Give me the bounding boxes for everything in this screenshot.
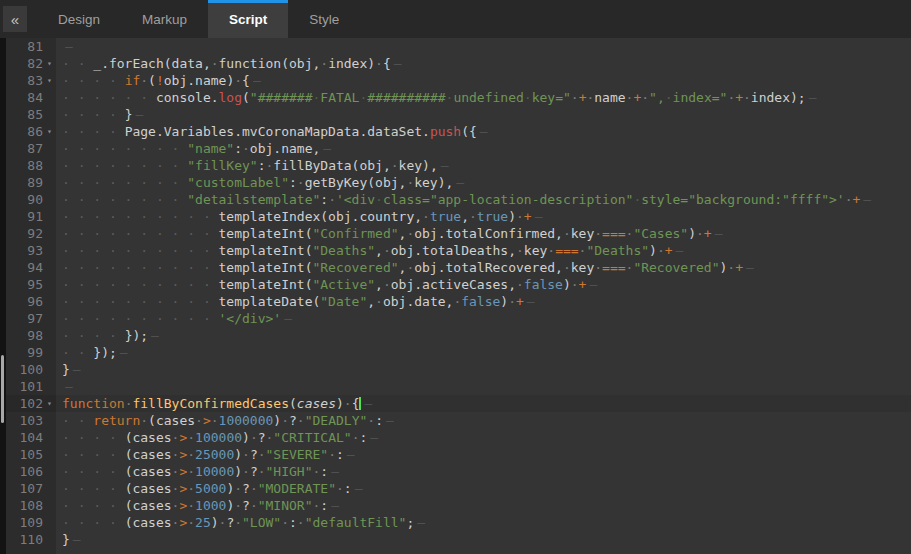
collapse-panel-button[interactable]: « — [3, 6, 27, 32]
line-ending-mark: – — [806, 90, 817, 105]
line-ending-mark: – — [383, 413, 394, 428]
line-ending-mark: – — [414, 515, 425, 530]
code-line[interactable]: 104· · · · (cases·>·100000)·?·"CRITICAL"… — [6, 429, 911, 446]
line-number: 108 — [20, 497, 43, 514]
code-line[interactable]: 94· · · · · · · · · · templateInt("Recov… — [6, 259, 911, 276]
code-line[interactable]: 107· · · · (cases·>·5000)·?·"MODERATE"·:… — [6, 480, 911, 497]
vertical-scrollbar-thumb[interactable] — [1, 355, 4, 423]
line-ending-mark: – — [328, 498, 339, 513]
code-line[interactable]: 85· · · · }– — [6, 106, 911, 123]
line-number: 99 — [27, 344, 43, 361]
gutter-cell: 107 — [6, 480, 56, 497]
gutter-cell — [6, 548, 56, 554]
line-ending-mark: – — [344, 447, 355, 462]
line-number: 89 — [27, 174, 43, 191]
tab-markup[interactable]: Markup — [121, 0, 208, 38]
tab-bar: « Design Markup Script Style — [0, 0, 911, 38]
code-line[interactable]: 91· · · · · · · · · · templateIndex(obj.… — [6, 208, 911, 225]
fold-arrow-icon[interactable]: ▾ — [43, 123, 56, 140]
fold-arrow-icon[interactable]: ▾ — [43, 72, 56, 89]
line-number: 95 — [27, 276, 43, 293]
code-line[interactable]: 89· · · · · · · · "customLabel":·getByKe… — [6, 174, 911, 191]
code-line[interactable]: 81– — [6, 38, 911, 55]
gutter-cell: 89 — [6, 174, 56, 191]
tab-style-label: Style — [309, 12, 339, 27]
line-number: 106 — [20, 463, 43, 480]
code-line[interactable]: 90· · · · · · · · "detailstemplate":·'<d… — [6, 191, 911, 208]
line-number: 93 — [27, 242, 43, 259]
line-ending-mark: – — [70, 362, 81, 377]
fold-arrow-icon[interactable]: ▾ — [43, 395, 56, 412]
gutter-cell: 102▾ — [6, 395, 56, 412]
gutter-cell: 110 — [6, 531, 56, 548]
code-line[interactable]: 95· · · · · · · · · · templateInt("Activ… — [6, 276, 911, 293]
line-number: 98 — [27, 327, 43, 344]
tab-style[interactable]: Style — [288, 0, 360, 38]
gutter-cell: 85 — [6, 106, 56, 123]
line-ending-mark: – — [320, 141, 331, 156]
code-line[interactable]: 96· · · · · · · · · · templateDate("Date… — [6, 293, 911, 310]
gutter-cell: 100 — [6, 361, 56, 378]
code-line[interactable]: 101– — [6, 378, 911, 395]
editor-filler — [6, 548, 911, 554]
line-number: 92 — [27, 225, 43, 242]
line-ending-mark: – — [70, 532, 81, 547]
gutter-cell: 109 — [6, 514, 56, 531]
code-line[interactable]: 110}– — [6, 531, 911, 548]
code-line[interactable]: 87· · · · · · · · "name":·obj.name,– — [6, 140, 911, 157]
line-number: 82 — [27, 55, 43, 72]
line-ending-mark: – — [673, 243, 684, 258]
code-line[interactable]: 82▾· · _.forEach(data,·function(obj,·ind… — [6, 55, 911, 72]
gutter-cell: 103 — [6, 412, 56, 429]
line-ending-mark: – — [62, 39, 73, 54]
code-line[interactable]: 86▾· · · · Page.Variables.mvCoronaMapDat… — [6, 123, 911, 140]
gutter-cell: 93 — [6, 242, 56, 259]
line-number: 81 — [27, 38, 43, 55]
line-number: 109 — [20, 514, 43, 531]
code-line[interactable]: 106· · · · (cases·>·10000)·?·"HIGH"·:– — [6, 463, 911, 480]
code-line[interactable]: 109· · · · (cases·>·25)·?·"LOW"·:·"defau… — [6, 514, 911, 531]
code-line[interactable]: 105· · · · (cases·>·25000)·?·"SEVERE"·:– — [6, 446, 911, 463]
line-ending-mark: – — [743, 260, 754, 275]
line-ending-mark: – — [524, 294, 535, 309]
line-ending-mark: – — [148, 328, 159, 343]
code-line[interactable]: 100}– — [6, 361, 911, 378]
code-line[interactable]: 108· · · · (cases·>·1000)·?·"MINOR"·:– — [6, 497, 911, 514]
code-line[interactable]: 83▾· · · · if·(!obj.name)·{– — [6, 72, 911, 89]
code-line[interactable]: 102▾function·fillByConfirmedCases(cases)… — [6, 395, 911, 412]
line-number: 96 — [27, 293, 43, 310]
code-line[interactable]: 103· · return·(cases·>·1000000)·?·"DEADL… — [6, 412, 911, 429]
gutter-cell: 90 — [6, 191, 56, 208]
line-ending-mark: – — [367, 430, 378, 445]
line-number: 83 — [27, 72, 43, 89]
code-line[interactable]: 84· · · · · · console.log("#######·FATAL… — [6, 89, 911, 106]
line-number: 103 — [20, 412, 43, 429]
line-number: 88 — [27, 157, 43, 174]
code-line[interactable]: 88· · · · · · · · "fillKey":·fillByData(… — [6, 157, 911, 174]
code-line[interactable]: 97· · · · · · · · · · '</div>'– — [6, 310, 911, 327]
line-number: 105 — [20, 446, 43, 463]
code-line[interactable]: 99· · });– — [6, 344, 911, 361]
line-number: 87 — [27, 140, 43, 157]
gutter-cell: 98 — [6, 327, 56, 344]
line-ending-mark: – — [62, 379, 73, 394]
code-editor-window: « Design Markup Script Style 81–82▾· · _… — [0, 0, 911, 554]
line-ending-mark: – — [250, 73, 261, 88]
line-ending-mark: – — [361, 396, 372, 411]
code-line[interactable]: 92· · · · · · · · · · templateInt("Confi… — [6, 225, 911, 242]
gutter-cell: 99 — [6, 344, 56, 361]
tab-script[interactable]: Script — [208, 0, 288, 38]
line-number: 85 — [27, 106, 43, 123]
line-number: 97 — [27, 310, 43, 327]
line-number: 101 — [20, 378, 43, 395]
script-editor[interactable]: 81–82▾· · _.forEach(data,·function(obj,·… — [0, 38, 911, 554]
code-area[interactable]: 81–82▾· · _.forEach(data,·function(obj,·… — [6, 38, 911, 554]
code-line[interactable]: 98· · · · });– — [6, 327, 911, 344]
code-line[interactable]: 93· · · · · · · · · · templateInt("Death… — [6, 242, 911, 259]
line-number: 102 — [20, 395, 43, 412]
line-number: 107 — [20, 480, 43, 497]
line-ending-mark: – — [391, 56, 402, 71]
tab-design[interactable]: Design — [37, 0, 121, 38]
fold-arrow-icon[interactable]: ▾ — [43, 55, 56, 72]
line-number: 100 — [20, 361, 43, 378]
